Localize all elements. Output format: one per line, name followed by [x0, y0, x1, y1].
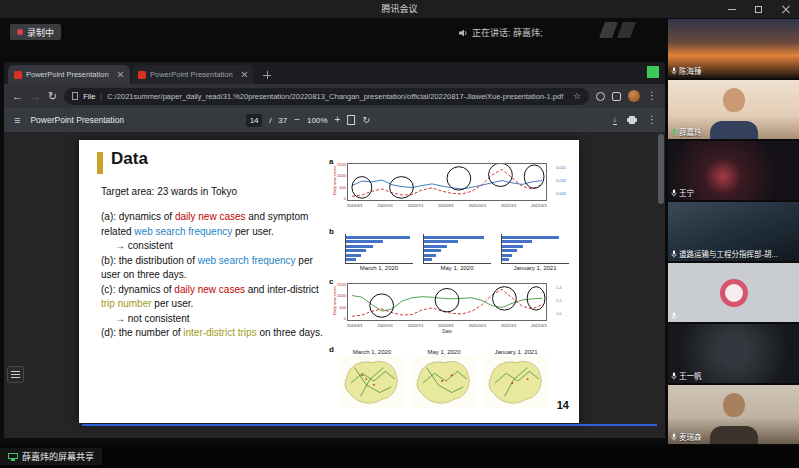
x-axis-ticks: 2020/3/12020/5/12020/7/12020/9/12020/11/…: [347, 203, 547, 208]
download-icon[interactable]: ↓: [613, 115, 618, 125]
extension-icon[interactable]: [596, 92, 605, 101]
text-line: user on three days.: [101, 268, 335, 283]
x-axis-label: Date: [347, 329, 547, 334]
participant-tile[interactable]: 陈海臻: [668, 19, 799, 78]
participant-tile[interactable]: [668, 263, 799, 322]
text-line: (b): the distribution of web search freq…: [101, 254, 335, 269]
bar: [424, 249, 441, 252]
participant-tile[interactable]: 麦瑞森: [668, 385, 799, 444]
tab-close-icon[interactable]: [117, 71, 124, 78]
pdf-scrollbar[interactable]: [658, 134, 664, 204]
rotate-icon[interactable]: ↻: [362, 116, 370, 125]
participant-tile-active-speaker[interactable]: 薛嘉炜: [668, 80, 799, 139]
zoom-in-icon[interactable]: +: [335, 115, 341, 125]
bar: [424, 258, 432, 261]
page-number-input[interactable]: 14: [246, 114, 262, 127]
participant-name: 道路运输与工程分指挥部-胡...: [679, 248, 778, 259]
zoom-out-icon[interactable]: −: [294, 115, 300, 125]
participant-tile[interactable]: 道路运输与工程分指挥部-胡...: [668, 202, 799, 261]
text-run: (a): dynamics of: [101, 211, 175, 222]
bar: [346, 249, 366, 252]
map-date-label: January 1, 2021: [483, 349, 549, 355]
mic-icon: [671, 312, 677, 320]
watermark-shape: [599, 22, 618, 38]
text-run-blue: web search frequency: [134, 226, 232, 237]
avatar: [710, 121, 758, 139]
bar: [502, 254, 512, 257]
panel-letter: c: [329, 277, 333, 286]
chart-date-label: January 1, 2021: [501, 265, 569, 271]
bar: [424, 236, 484, 239]
figure-b-bar-charts: b March 1, 2020 May 1, 2020 January 1: [331, 230, 573, 276]
text-line: (c): dynamics of daily new cases and int…: [101, 283, 335, 298]
tab-powerpoint-1[interactable]: PowerPoint Presentation: [8, 65, 130, 84]
pdf-doc-title: PowerPoint Presentation: [30, 115, 124, 125]
title-bar: 腾讯会议: [0, 0, 799, 18]
mic-icon-active: [671, 128, 677, 136]
bar: [346, 258, 356, 261]
reload-icon[interactable]: ↻: [48, 91, 57, 102]
url-text: C:/2021summer/paper_daily_read/31.%20pre…: [107, 92, 568, 101]
text-run: and symptom: [246, 211, 309, 222]
profile-avatar[interactable]: [628, 90, 640, 102]
emblem-logo: [720, 279, 748, 307]
app-title: 腾讯会议: [0, 0, 799, 18]
mic-icon: [671, 67, 677, 75]
slide-title: Data: [111, 149, 148, 169]
browser-menu-icon[interactable]: ⋮: [647, 91, 657, 101]
horizontal-scroll-indicator[interactable]: [82, 424, 657, 426]
close-button[interactable]: [772, 0, 799, 18]
pdf-favicon: [138, 71, 146, 79]
bar: [424, 240, 458, 243]
map-panel: March 1, 2020: [339, 349, 405, 408]
new-tab-button[interactable]: [260, 68, 274, 82]
pdf-viewer-area: Data Target area: 23 wards in Tokyo (a):…: [4, 132, 665, 438]
text-run: (b): the distribution of: [101, 255, 198, 266]
forward-icon[interactable]: →: [30, 91, 41, 102]
text-line-arrow: → not consistent: [101, 312, 335, 327]
pdf-favicon: [14, 71, 22, 79]
text-line: (d): the number of inter-district trips …: [101, 326, 335, 341]
page-total: 37: [278, 116, 287, 125]
bookmark-star-icon[interactable]: ☆: [573, 92, 581, 101]
extension-icon[interactable]: [612, 92, 621, 101]
screenshare-indicator: [647, 66, 659, 78]
bar: [502, 249, 517, 252]
speaking-indicator: 正在讲话: 薛嘉炜;: [458, 26, 543, 39]
participant-name: 王宁: [679, 187, 694, 198]
panel-letter: d: [329, 345, 334, 354]
meeting-float-widget[interactable]: [7, 366, 24, 383]
bar: [346, 240, 383, 243]
minimize-button[interactable]: [718, 0, 745, 18]
plot-area: [347, 283, 547, 321]
maximize-button[interactable]: [745, 0, 772, 18]
figure-c-line-chart: c Daily new cases 150010005000: [331, 280, 573, 346]
pdf-sidebar-toggle-icon[interactable]: ≡: [14, 115, 20, 126]
bar: [424, 245, 447, 248]
participant-tile[interactable]: 王一帆: [668, 324, 799, 383]
url-separator: |: [100, 92, 102, 101]
url-field[interactable]: File | C:/2021summer/paper_daily_read/31…: [64, 88, 589, 105]
text-line: (a): dynamics of daily new cases and sym…: [101, 210, 335, 225]
print-icon[interactable]: [627, 116, 637, 124]
bar-chart: May 1, 2020: [423, 234, 491, 271]
plot-area: [347, 163, 547, 201]
y-axis-ticks: 150010005000: [337, 283, 346, 321]
text-run: (d): the number of: [101, 327, 183, 338]
minimize-icon: [728, 9, 736, 10]
bar: [502, 258, 509, 261]
fit-page-icon[interactable]: [347, 115, 355, 125]
pdf-page-controls: 14 / 37 − 100% + ↻: [246, 108, 370, 132]
chart-date-label: March 1, 2020: [345, 265, 413, 271]
mic-icon: [671, 372, 677, 380]
pdf-menu-icon[interactable]: ⋮: [647, 115, 657, 125]
screen-share-text: 薛嘉炜的屏幕共享: [22, 450, 94, 463]
text-run: per user.: [232, 226, 274, 237]
tab-close-icon[interactable]: [241, 71, 248, 78]
back-icon[interactable]: ←: [12, 91, 23, 102]
participant-tile[interactable]: 王宁: [668, 141, 799, 200]
tab-powerpoint-2[interactable]: PowerPoint Presentation: [132, 65, 254, 84]
secondary-y-ticks: 1.41.21.0: [556, 286, 569, 316]
bar: [346, 254, 361, 257]
recording-badge[interactable]: 录制中: [10, 24, 61, 40]
